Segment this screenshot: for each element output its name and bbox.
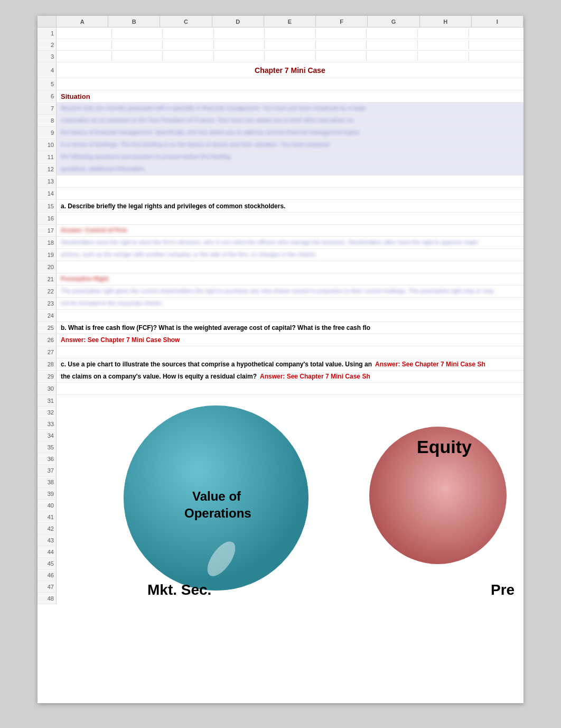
col-g: G [368,16,419,27]
col-b: B [108,16,160,27]
answer-b-row: 26 Answer: See Chapter 7 Mini Case Show [38,334,523,346]
table-row: 5 [38,78,523,90]
table-row: 12 questions, additional information. [38,163,523,176]
col-e: E [264,16,316,27]
row-number: 24 [38,310,57,321]
row-number: 7 [38,103,57,114]
question-c-row: 28 c. Use a pie chart to illustrate the … [38,358,523,371]
row-number: 48 [38,593,56,604]
row-number: 33 [38,418,56,430]
row-number: 12 [38,163,57,175]
row-number: 18 [38,237,57,248]
row-number: 32 [38,407,56,418]
row-number: 14 [38,188,57,199]
table-row: 7 Assume that you recently graduated wit… [38,103,523,115]
row-number: 3 [38,51,57,62]
table-row: 14 [38,188,523,200]
row-number: 1 [38,27,57,39]
blurred-content: questions, additional information. [61,165,519,173]
row-number: 4 [38,62,57,78]
row-number: 28 [38,358,57,370]
row-number: 13 [38,176,57,187]
table-row: 20 [38,261,523,273]
row-number: 37 [38,465,56,476]
row-number: 43 [38,535,56,546]
row-number: 8 [38,115,57,126]
table-row: 21 Preemptive Right [38,273,523,285]
row-number: 17 [38,225,57,236]
blurred-content: the following questions and answers to p… [61,153,519,161]
table-row: 27 [38,346,523,358]
row-number: 19 [38,249,57,261]
chart-row-group: 31 32 33 34 35 36 37 38 39 40 41 42 43 4… [38,395,523,604]
col-a: A [57,16,108,27]
table-row: 1 [38,27,523,39]
table-row: 2 [38,39,523,51]
table-row: 19 actions, such as the merger with anot… [38,249,523,261]
pie-chart-svg: Value of Operations Equity Mkt. Sec. Pre [57,395,523,604]
row-number: 15 [38,200,57,212]
row-number: 44 [38,546,56,558]
vop-label-2: Operations [184,506,251,520]
row-number: 47 [38,581,56,593]
row-number: 22 [38,285,57,297]
blurred-content: Assume that you recently graduated with … [61,104,519,112]
answer-c-label-1: Answer: See Chapter 7 Mini Case Sh [375,361,485,368]
equity-label: Equity [417,437,472,457]
row-number: 2 [38,39,57,50]
blurred-content: Preemptive Right [61,275,519,283]
row-number: 16 [38,213,57,224]
table-row: 30 [38,383,523,395]
title-row: 4 Chapter 7 Mini Case [38,62,523,78]
row-number: 27 [38,346,57,358]
spreadsheet-page: A B C D E F G H I 1 2 [38,16,523,703]
row-number: 39 [38,488,56,500]
table-row: 24 [38,310,523,322]
row-number: 25 [38,322,57,334]
row-number: 40 [38,500,56,511]
question-c-cont-text: the claims on a company's value. How is … [61,373,257,380]
col-d: D [212,16,264,27]
table-row: 13 [38,176,523,188]
col-c: C [160,16,212,27]
row-number: 36 [38,453,56,465]
blurred-content: actions, such as the merger with another… [61,251,519,259]
row-number: 20 [38,261,57,273]
row-number: 45 [38,558,56,569]
blurred-content: Answer: Control of Firm [61,226,519,234]
page-title: Chapter 7 Mini Case [255,66,325,75]
col-h: H [420,16,472,27]
row-number: 46 [38,569,56,581]
situation-heading-row: 6 Situation [38,90,523,103]
table-row: 11 the following questions and answers t… [38,151,523,163]
row-number: 23 [38,298,57,309]
table-row: 8 corporation as an assistant to the Vic… [38,115,523,127]
question-a-text: a. Describe briefly the legal rights and… [61,202,285,210]
row-number: 29 [38,371,57,382]
blurred-content: Stockholders have the right to elect the… [61,238,519,246]
col-f: F [316,16,368,27]
row-number: 6 [38,90,57,102]
question-c-text: c. Use a pie chart to illustrate the sou… [61,361,372,368]
row-number: 42 [38,523,56,535]
column-headers: A B C D E F G H I [38,16,523,27]
table-row: 3 [38,51,523,62]
vop-label: Value of [192,489,241,503]
row-number: 30 [38,383,57,394]
table-row: 18 Stockholders have the right to elect … [38,237,523,249]
mkt-sec-label: Mkt. Sec. [147,582,211,598]
table-row: 23 not be included in the corporate char… [38,298,523,310]
table-row: 22 The preemptive right gives the curren… [38,285,523,298]
question-a-row: 15 a. Describe briefly the legal rights … [38,200,523,213]
question-b-row: 25 b. What is free cash flow (FCF)? What… [38,322,523,334]
row-number: 34 [38,430,56,441]
pie-chart-area: Value of Operations Equity Mkt. Sec. Pre [57,395,523,604]
col-i: I [472,16,523,27]
row-number: 9 [38,127,57,139]
question-c-cont-row: 29 the claims on a company's value. How … [38,371,523,383]
row-number: 38 [38,476,56,488]
blurred-content: not be included in the corporate charter… [61,299,519,307]
blurred-content: in a series of briefings. The first brie… [61,141,519,149]
row-number: 11 [38,151,57,163]
row-number: 21 [38,273,57,285]
